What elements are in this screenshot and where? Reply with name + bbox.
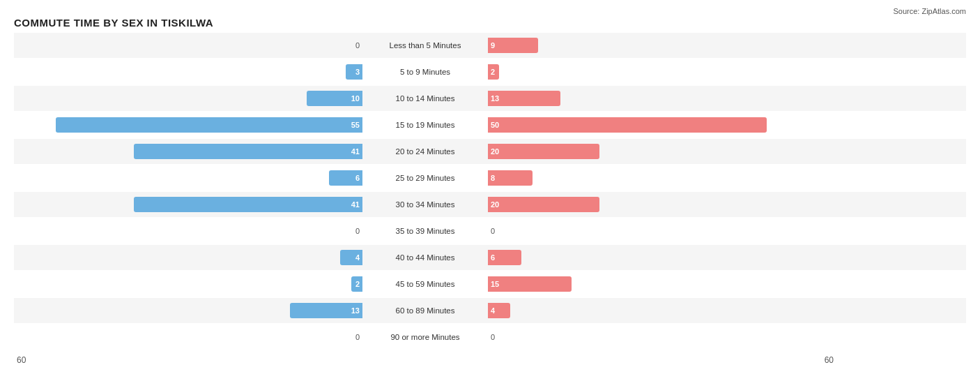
row-label: 20 to 24 Minutes <box>362 147 488 156</box>
female-zero-label: 0 <box>488 227 498 235</box>
male-bar-value: 4 <box>355 253 360 262</box>
male-bar-container: 4 <box>14 250 362 265</box>
male-bar: 13 <box>290 303 362 318</box>
chart-row: 4130 to 34 Minutes20 <box>14 192 966 217</box>
chart-row: 5515 to 19 Minutes50 <box>14 112 966 137</box>
male-bar-value: 41 <box>351 200 360 209</box>
female-bar-value: 4 <box>491 306 495 315</box>
male-bar: 41 <box>134 144 362 159</box>
male-bar-value: 3 <box>355 68 360 76</box>
male-bar-value: 2 <box>355 280 360 288</box>
male-bar: 6 <box>329 170 362 186</box>
female-bar-container: 15 <box>488 276 836 292</box>
male-bar-value: 55 <box>351 121 360 129</box>
chart-row: 245 to 59 Minutes15 <box>14 271 966 297</box>
female-bar: 9 <box>488 38 538 53</box>
chart-row: 1360 to 89 Minutes4 <box>14 298 966 323</box>
chart-row: 0Less than 5 Minutes9 <box>14 33 966 58</box>
male-bar-container: 2 <box>14 276 362 292</box>
female-bar-container: 4 <box>488 303 836 318</box>
female-bar-container: 20 <box>488 144 836 159</box>
chart-area: 0Less than 5 Minutes935 to 9 Minutes2101… <box>14 33 966 350</box>
female-bar-value: 15 <box>491 280 499 288</box>
male-bar: 2 <box>351 276 362 292</box>
row-label: 90 or more Minutes <box>362 333 488 341</box>
row-label: 10 to 14 Minutes <box>362 94 488 103</box>
female-bar: 2 <box>488 64 499 80</box>
female-bar-container: 6 <box>488 250 836 265</box>
female-bar-container: 9 <box>488 38 836 53</box>
chart-row: 440 to 44 Minutes6 <box>14 245 966 270</box>
male-bar-value: 10 <box>351 94 360 103</box>
female-bar-container: 50 <box>488 117 836 133</box>
row-label: 40 to 44 Minutes <box>362 253 488 262</box>
female-bar: 15 <box>488 276 572 292</box>
chart-row: 1010 to 14 Minutes13 <box>14 86 966 111</box>
male-bar-value: 13 <box>351 306 360 315</box>
male-bar-container: 3 <box>14 64 362 80</box>
chart-row: 4120 to 24 Minutes20 <box>14 139 966 164</box>
female-bar-value: 13 <box>491 94 499 103</box>
male-bar-container: 0 <box>14 41 362 50</box>
male-bar: 55 <box>56 117 362 133</box>
male-zero-label: 0 <box>353 333 362 341</box>
male-bar-container: 0 <box>14 333 362 341</box>
female-bar: 8 <box>488 170 533 186</box>
row-label: Less than 5 Minutes <box>362 41 488 50</box>
female-bar-value: 20 <box>491 200 499 209</box>
chart-row: 035 to 39 Minutes0 <box>14 218 966 244</box>
male-bar-value: 6 <box>355 174 360 182</box>
row-label: 60 to 89 Minutes <box>362 306 488 315</box>
male-bar-container: 6 <box>14 170 362 186</box>
row-label: 15 to 19 Minutes <box>362 121 488 129</box>
female-bar-value: 20 <box>491 147 499 156</box>
female-bar: 20 <box>488 197 599 212</box>
chart-row: 35 to 9 Minutes2 <box>14 59 966 84</box>
male-bar-container: 55 <box>14 117 362 133</box>
female-bar-container: 0 <box>488 227 836 235</box>
chart-row: 625 to 29 Minutes8 <box>14 165 966 191</box>
male-bar-value: 41 <box>351 147 360 156</box>
female-bar-container: 13 <box>488 91 836 106</box>
male-bar-container: 41 <box>14 144 362 159</box>
axis-right-label: 60 <box>488 355 836 365</box>
female-bar: 6 <box>488 250 521 265</box>
row-label: 25 to 29 Minutes <box>362 174 488 182</box>
female-zero-label: 0 <box>488 333 498 341</box>
female-bar: 13 <box>488 91 560 106</box>
female-bar: 4 <box>488 303 510 318</box>
chart-row: 090 or more Minutes0 <box>14 325 966 350</box>
female-bar-container: 8 <box>488 170 836 186</box>
male-bar-container: 0 <box>14 227 362 235</box>
row-label: 35 to 39 Minutes <box>362 227 488 235</box>
axis-row: 60 60 <box>14 355 966 365</box>
male-bar-container: 41 <box>14 197 362 212</box>
male-zero-label: 0 <box>353 41 362 50</box>
male-zero-label: 0 <box>353 227 362 235</box>
female-bar-value: 9 <box>491 41 495 50</box>
male-bar-container: 10 <box>14 91 362 106</box>
chart-title: COMMUTE TIME BY SEX IN TISKILWA <box>14 17 966 29</box>
female-bar-value: 50 <box>491 121 499 129</box>
male-bar: 10 <box>307 91 362 106</box>
female-bar-container: 0 <box>488 333 836 341</box>
source-label: Source: ZipAtlas.com <box>14 7 966 15</box>
row-label: 5 to 9 Minutes <box>362 68 488 76</box>
row-label: 45 to 59 Minutes <box>362 280 488 288</box>
female-bar-value: 6 <box>491 253 495 262</box>
female-bar: 20 <box>488 144 599 159</box>
female-bar-value: 8 <box>491 174 495 182</box>
male-bar: 4 <box>340 250 362 265</box>
female-bar-container: 20 <box>488 197 836 212</box>
row-label: 30 to 34 Minutes <box>362 200 488 209</box>
male-bar: 41 <box>134 197 362 212</box>
female-bar-value: 2 <box>491 68 495 76</box>
female-bar: 50 <box>488 117 767 133</box>
axis-left-label: 60 <box>14 355 362 365</box>
male-bar-container: 13 <box>14 303 362 318</box>
female-bar-container: 2 <box>488 64 836 80</box>
male-bar: 3 <box>346 64 362 80</box>
